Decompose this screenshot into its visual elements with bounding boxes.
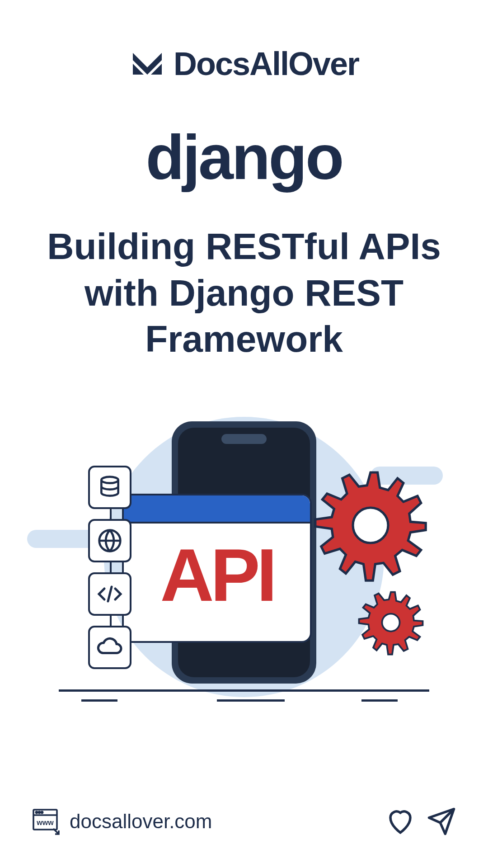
footer: www docsallover.com: [0, 807, 488, 836]
svg-point-2: [101, 476, 118, 483]
ground-line: [59, 689, 429, 692]
globe-icon: [88, 519, 131, 562]
api-label: API: [124, 533, 310, 618]
footer-actions: [385, 807, 456, 836]
heart-icon[interactable]: [385, 807, 415, 836]
ground-dash: [361, 699, 398, 702]
brand-logo-icon: [129, 46, 165, 82]
gear-icon: [312, 467, 429, 584]
cloud-icon: [88, 626, 131, 669]
brand-name: DocsAllOver: [174, 45, 359, 82]
svg-point-7: [38, 811, 40, 813]
framework-logo: django: [0, 132, 488, 183]
django-wordmark: django: [146, 122, 343, 193]
code-icon: [88, 572, 131, 616]
api-window: API: [122, 494, 312, 643]
website-url[interactable]: docsallover.com: [70, 810, 212, 833]
svg-point-8: [41, 811, 42, 813]
send-icon[interactable]: [427, 807, 456, 836]
headline-section: Building RESTful APIs with Django REST F…: [0, 223, 488, 363]
svg-text:www: www: [36, 819, 54, 826]
phone-notch: [221, 434, 267, 444]
gear-icon: [357, 589, 425, 656]
browser-icon: www: [32, 807, 61, 836]
window-titlebar: [124, 495, 310, 524]
icon-stack: [88, 466, 131, 669]
svg-point-0: [353, 508, 388, 543]
ground-dash: [217, 699, 285, 702]
ground-dash: [81, 699, 117, 702]
brand-header: DocsAllOver: [0, 0, 488, 82]
database-icon: [88, 466, 131, 509]
article-title: Building RESTful APIs with Django REST F…: [27, 223, 461, 363]
hero-illustration: API: [0, 399, 488, 715]
svg-point-6: [36, 811, 37, 813]
svg-point-1: [382, 613, 400, 631]
footer-left: www docsallover.com: [32, 807, 212, 836]
